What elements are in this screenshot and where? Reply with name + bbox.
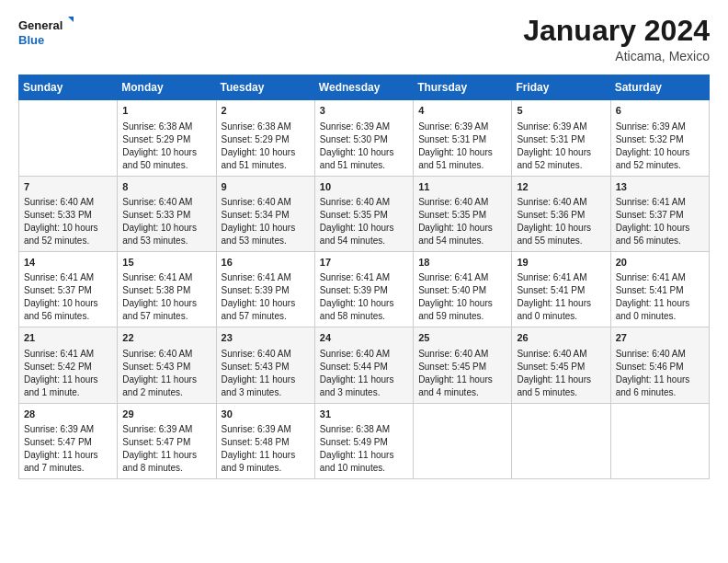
cell-text: Sunset: 5:39 PM: [320, 284, 408, 297]
day-number: 30: [222, 408, 310, 421]
cell-text: Daylight: 10 hours: [122, 146, 210, 159]
day-number: 5: [517, 104, 605, 118]
cell-text: and 0 minutes.: [517, 310, 605, 323]
cell-text: Sunset: 5:44 PM: [320, 361, 408, 373]
day-number: 17: [320, 256, 408, 270]
day-number: 2: [222, 104, 310, 118]
cell-text: Sunset: 5:45 PM: [517, 361, 605, 373]
cell-text: Sunrise: 6:40 AM: [320, 196, 408, 209]
cell-text: Daylight: 10 hours: [616, 146, 704, 159]
calendar-cell: [414, 403, 512, 478]
cell-text: and 8 minutes.: [122, 462, 210, 475]
day-number: 29: [122, 408, 210, 421]
calendar-week-3: 14Sunrise: 6:41 AMSunset: 5:37 PMDayligh…: [19, 251, 710, 327]
calendar-week-4: 21Sunrise: 6:41 AMSunset: 5:42 PMDayligh…: [19, 327, 710, 403]
cell-text: Sunset: 5:43 PM: [122, 361, 210, 373]
logo-svg: General Blue: [18, 15, 74, 50]
cell-text: Daylight: 11 hours: [418, 373, 506, 386]
calendar-cell: 14Sunrise: 6:41 AMSunset: 5:37 PMDayligh…: [19, 251, 118, 327]
cell-text: and 55 minutes.: [517, 235, 605, 247]
day-number: 10: [320, 180, 408, 194]
cell-text: Sunrise: 6:39 AM: [418, 121, 506, 133]
cell-text: Sunset: 5:41 PM: [517, 284, 605, 297]
cell-text: and 52 minutes.: [517, 159, 605, 172]
cell-text: Sunset: 5:43 PM: [222, 361, 310, 373]
cell-text: and 53 minutes.: [222, 235, 310, 247]
cell-text: Sunset: 5:37 PM: [616, 209, 704, 222]
cell-text: Daylight: 11 hours: [122, 449, 210, 462]
cell-text: and 2 minutes.: [122, 386, 210, 399]
cell-text: Sunset: 5:49 PM: [320, 436, 408, 449]
cell-text: Sunrise: 6:39 AM: [320, 121, 408, 133]
cell-text: and 9 minutes.: [222, 462, 310, 475]
cell-text: Daylight: 11 hours: [24, 373, 112, 386]
day-number: 23: [222, 331, 310, 345]
cell-text: Sunset: 5:47 PM: [122, 436, 210, 449]
calendar-cell: 23Sunrise: 6:40 AMSunset: 5:43 PMDayligh…: [216, 327, 314, 403]
calendar-cell: 13Sunrise: 6:41 AMSunset: 5:37 PMDayligh…: [610, 176, 709, 251]
cell-text: and 51 minutes.: [222, 159, 310, 172]
day-number: 28: [24, 408, 112, 421]
cell-text: Daylight: 10 hours: [122, 222, 210, 235]
calendar-cell: 29Sunrise: 6:39 AMSunset: 5:47 PMDayligh…: [118, 403, 216, 478]
calendar-cell: 8Sunrise: 6:40 AMSunset: 5:33 PMDaylight…: [118, 176, 216, 251]
cell-text: Sunset: 5:46 PM: [616, 361, 704, 373]
day-number: 9: [222, 180, 310, 194]
cell-text: and 5 minutes.: [517, 386, 605, 399]
cell-text: Sunrise: 6:40 AM: [418, 196, 506, 209]
calendar-cell: 3Sunrise: 6:39 AMSunset: 5:30 PMDaylight…: [314, 100, 413, 176]
col-friday: Friday: [512, 75, 610, 100]
cell-text: and 3 minutes.: [320, 386, 408, 399]
cell-text: Sunset: 5:34 PM: [222, 209, 310, 222]
cell-text: Sunrise: 6:41 AM: [320, 271, 408, 284]
day-number: 19: [517, 256, 605, 270]
cell-text: Sunrise: 6:40 AM: [222, 348, 310, 361]
day-number: 26: [517, 331, 605, 345]
cell-text: Daylight: 11 hours: [616, 373, 704, 386]
page: General Blue January 2024 Aticama, Mexic…: [0, 0, 728, 563]
cell-text: Daylight: 10 hours: [418, 297, 506, 310]
day-number: 27: [616, 331, 704, 345]
cell-text: and 52 minutes.: [24, 235, 112, 247]
cell-text: Daylight: 10 hours: [222, 146, 310, 159]
cell-text: Sunrise: 6:39 AM: [24, 423, 112, 436]
cell-text: Sunset: 5:38 PM: [122, 284, 210, 297]
calendar-cell: 16Sunrise: 6:41 AMSunset: 5:39 PMDayligh…: [216, 251, 314, 327]
cell-text: Sunset: 5:29 PM: [122, 133, 210, 146]
day-number: 11: [418, 180, 506, 194]
col-wednesday: Wednesday: [314, 75, 413, 100]
logo: General Blue: [18, 15, 74, 50]
calendar-cell: 12Sunrise: 6:40 AMSunset: 5:36 PMDayligh…: [512, 176, 610, 251]
cell-text: Sunrise: 6:40 AM: [517, 196, 605, 209]
cell-text: Sunset: 5:30 PM: [320, 133, 408, 146]
calendar-cell: 22Sunrise: 6:40 AMSunset: 5:43 PMDayligh…: [118, 327, 216, 403]
col-saturday: Saturday: [610, 75, 709, 100]
cell-text: Daylight: 10 hours: [517, 146, 605, 159]
calendar-cell: 31Sunrise: 6:38 AMSunset: 5:49 PMDayligh…: [314, 403, 413, 478]
cell-text: and 54 minutes.: [418, 235, 506, 247]
cell-text: Daylight: 10 hours: [320, 222, 408, 235]
cell-text: Sunrise: 6:38 AM: [222, 121, 310, 133]
day-number: 16: [222, 256, 310, 270]
calendar-cell: 11Sunrise: 6:40 AMSunset: 5:35 PMDayligh…: [414, 176, 512, 251]
cell-text: and 10 minutes.: [320, 462, 408, 475]
day-number: 1: [122, 104, 210, 118]
calendar-cell: 2Sunrise: 6:38 AMSunset: 5:29 PMDaylight…: [216, 100, 314, 176]
cell-text: Sunrise: 6:41 AM: [222, 271, 310, 284]
cell-text: Daylight: 11 hours: [616, 297, 704, 310]
cell-text: Sunset: 5:47 PM: [24, 436, 112, 449]
cell-text: and 51 minutes.: [320, 159, 408, 172]
svg-text:General: General: [18, 18, 63, 32]
calendar-cell: 17Sunrise: 6:41 AMSunset: 5:39 PMDayligh…: [314, 251, 413, 327]
cell-text: and 7 minutes.: [24, 462, 112, 475]
cell-text: Sunset: 5:45 PM: [418, 361, 506, 373]
calendar-cell: 4Sunrise: 6:39 AMSunset: 5:31 PMDaylight…: [414, 100, 512, 176]
calendar-cell: 26Sunrise: 6:40 AMSunset: 5:45 PMDayligh…: [512, 327, 610, 403]
month-title: January 2024: [523, 15, 710, 47]
cell-text: and 51 minutes.: [418, 159, 506, 172]
calendar-cell: 6Sunrise: 6:39 AMSunset: 5:32 PMDaylight…: [610, 100, 709, 176]
cell-text: Daylight: 10 hours: [24, 222, 112, 235]
cell-text: Sunset: 5:42 PM: [24, 361, 112, 373]
calendar-table: Sunday Monday Tuesday Wednesday Thursday…: [18, 75, 710, 479]
day-number: 24: [320, 331, 408, 345]
